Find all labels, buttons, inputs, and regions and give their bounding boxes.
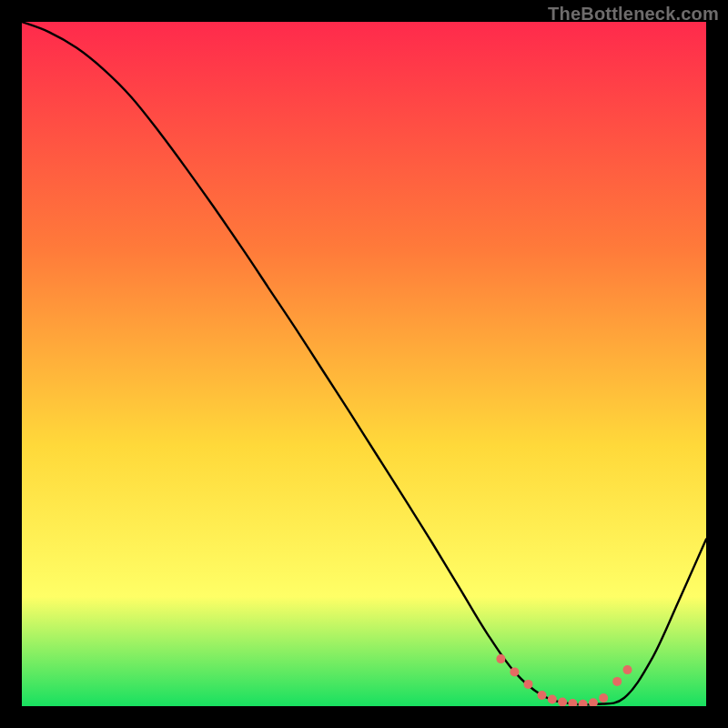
marker-dot	[599, 693, 608, 703]
marker-dot	[623, 665, 632, 674]
marker-dot	[510, 667, 519, 676]
gradient-background	[22, 22, 706, 706]
marker-dot	[612, 677, 622, 686]
marker-dot	[524, 680, 533, 689]
plot-area	[22, 22, 706, 706]
chart-container: TheBottleneck.com	[0, 0, 728, 728]
marker-dot	[496, 654, 505, 663]
bottleneck-chart	[22, 22, 706, 706]
marker-dot	[548, 695, 557, 704]
marker-dot	[538, 691, 547, 700]
